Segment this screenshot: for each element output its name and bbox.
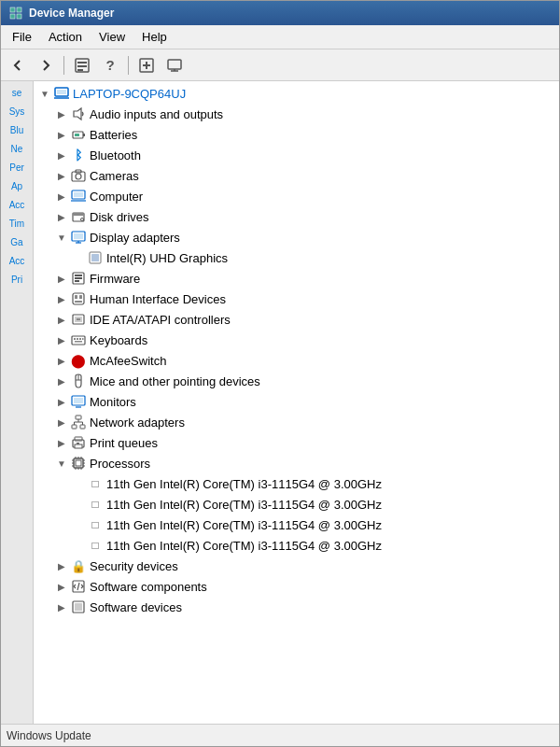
expand-root[interactable]: ▼	[37, 86, 52, 101]
icon-cpu1: □	[87, 496, 104, 513]
expand-ide[interactable]: ▶	[54, 312, 69, 327]
tree-item-firmware[interactable]: ▶ Firmware	[34, 268, 559, 289]
left-panel-se[interactable]: se	[1, 86, 33, 101]
icon-hid	[70, 290, 87, 307]
svg-rect-11	[168, 60, 181, 69]
device-tree[interactable]: ▼ LAPTOP-9CQP64UJ ▶	[34, 81, 559, 724]
help-button[interactable]: ?	[97, 53, 123, 78]
expand-mcafee[interactable]: ▶	[54, 353, 69, 368]
expand-mice[interactable]: ▶	[54, 374, 69, 388]
left-panel-ap[interactable]: Ap	[1, 179, 33, 194]
svg-rect-19	[83, 134, 85, 136]
menu-view[interactable]: View	[91, 27, 133, 47]
icon-processors	[70, 455, 87, 472]
tree-item-intel-uhd[interactable]: ▶ Intel(R) UHD Graphics	[34, 247, 559, 268]
tree-item-mice[interactable]: ▶ Mice and other pointing devices	[34, 371, 559, 391]
tree-item-cpu3[interactable]: ▶ □ 11th Gen Intel(R) Core(TM) i3-1115G4…	[34, 535, 559, 556]
expand-keyboards[interactable]: ▶	[54, 332, 69, 347]
svg-rect-10	[146, 62, 147, 69]
menu-action[interactable]: Action	[41, 27, 90, 47]
tree-item-mcafee[interactable]: ▶ ⬤ McAfeeSwitch	[34, 350, 559, 371]
intel-uhd-label: Intel(R) UHD Graphics	[106, 251, 228, 265]
svg-rect-6	[77, 65, 87, 67]
expand-cameras[interactable]: ▶	[54, 168, 69, 183]
expand-monitors[interactable]: ▶	[54, 394, 69, 409]
toolbar: ?	[1, 49, 559, 81]
expand-audio[interactable]: ▶	[54, 106, 69, 121]
window-icon	[8, 6, 23, 21]
tree-item-keyboards[interactable]: ▶ Keyboards	[34, 330, 559, 350]
expand-print[interactable]: ▶	[54, 435, 69, 450]
back-button[interactable]	[5, 53, 31, 78]
expand-software-dev[interactable]: ▶	[54, 599, 69, 614]
tree-item-network[interactable]: ▶ Network adapters	[34, 412, 559, 432]
properties-button[interactable]	[69, 53, 95, 78]
left-panel-per[interactable]: Per	[1, 161, 33, 176]
svg-point-22	[76, 174, 81, 179]
tree-item-cpu1[interactable]: ▶ □ 11th Gen Intel(R) Core(TM) i3-1115G4…	[34, 494, 559, 514]
svg-rect-42	[79, 295, 82, 299]
expand-firmware[interactable]: ▶	[54, 271, 69, 286]
tree-item-display[interactable]: ▼ Display adapters	[34, 227, 559, 247]
svg-rect-60	[80, 425, 85, 429]
tree-item-print[interactable]: ▶ Print queues	[34, 432, 559, 453]
expand-network[interactable]: ▶	[54, 415, 69, 430]
icon-mice	[70, 373, 87, 389]
tree-item-cpu2[interactable]: ▶ □ 11th Gen Intel(R) Core(TM) i3-1115G4…	[34, 514, 559, 535]
tree-item-bluetooth[interactable]: ▶ ᛒ Bluetooth	[34, 145, 559, 165]
expand-software-comp[interactable]: ▶	[54, 579, 69, 594]
left-panel-ga[interactable]: Ga	[1, 235, 33, 250]
left-panel-sys[interactable]: Sys	[1, 105, 33, 120]
tree-item-cpu0[interactable]: ▶ □ 11th Gen Intel(R) Core(TM) i3-1115G4…	[34, 473, 559, 494]
menu-help[interactable]: Help	[134, 27, 175, 47]
svg-rect-0	[10, 7, 15, 12]
expand-processors[interactable]: ▼	[54, 456, 69, 471]
left-panel-pri[interactable]: Pri	[1, 273, 33, 288]
expand-security[interactable]: ▶	[54, 558, 69, 573]
menu-file[interactable]: File	[5, 27, 39, 47]
svg-rect-47	[72, 336, 85, 345]
expand-disk[interactable]: ▶	[54, 209, 69, 224]
left-panel-ne[interactable]: Ne	[1, 142, 33, 157]
tree-item-monitors[interactable]: ▶ Monitors	[34, 391, 559, 412]
tree-item-hid[interactable]: ▶ Human Interface Devices	[34, 289, 559, 309]
tree-item-software-dev[interactable]: ▶ Software devices	[34, 597, 559, 617]
expand-batteries[interactable]: ▶	[54, 127, 69, 142]
icon-laptop	[53, 85, 70, 102]
left-panel-tim[interactable]: Tim	[1, 217, 33, 232]
tree-item-cameras[interactable]: ▶ Cameras	[34, 165, 559, 186]
forward-button[interactable]	[33, 53, 59, 78]
print-label: Print queues	[90, 436, 158, 450]
svg-rect-86	[75, 603, 82, 611]
expand-bluetooth[interactable]: ▶	[54, 148, 69, 162]
tree-item-batteries[interactable]: ▶ Batteries	[34, 124, 559, 145]
expand-display[interactable]: ▼	[54, 230, 69, 245]
content-area: se Sys Blu Ne Per Ap Acc Tim Ga Acc Pri …	[1, 81, 559, 724]
computer-button[interactable]	[161, 53, 188, 78]
left-panel-acc[interactable]: Acc	[1, 198, 33, 213]
left-panel-blu[interactable]: Blu	[1, 123, 33, 138]
audio-label: Audio inputs and outputs	[90, 107, 223, 121]
tree-item-security[interactable]: ▶ 🔒 Security devices	[34, 556, 559, 576]
cameras-label: Cameras	[90, 169, 139, 183]
scan-button[interactable]	[133, 53, 160, 78]
tree-item-disk[interactable]: ▶ Disk drives	[34, 206, 559, 227]
tree-item-ide[interactable]: ▶ IDE ATA/ATAPI controllers	[34, 309, 559, 330]
expand-hid[interactable]: ▶	[54, 291, 69, 306]
svg-rect-51	[82, 338, 84, 340]
svg-rect-41	[75, 295, 77, 299]
root-label: LAPTOP-9CQP64UJ	[73, 87, 186, 101]
computer-label: Computer	[90, 190, 143, 204]
tree-item-processors[interactable]: ▼	[34, 453, 559, 473]
processors-label: Processors	[90, 457, 150, 471]
icon-security: 🔒	[70, 557, 87, 574]
svg-rect-46	[77, 318, 80, 320]
tree-item-audio[interactable]: ▶ Audio inputs and outputs	[34, 104, 559, 124]
tree-item-software-comp[interactable]: ▶ Software components	[34, 576, 559, 597]
tree-item-root[interactable]: ▼ LAPTOP-9CQP64UJ	[34, 83, 559, 104]
mice-label: Mice and other pointing devices	[90, 374, 260, 388]
left-panel-acc2[interactable]: Acc	[1, 254, 33, 269]
svg-point-29	[81, 218, 84, 221]
expand-computer[interactable]: ▶	[54, 189, 69, 204]
tree-item-computer[interactable]: ▶ Computer	[34, 186, 559, 206]
